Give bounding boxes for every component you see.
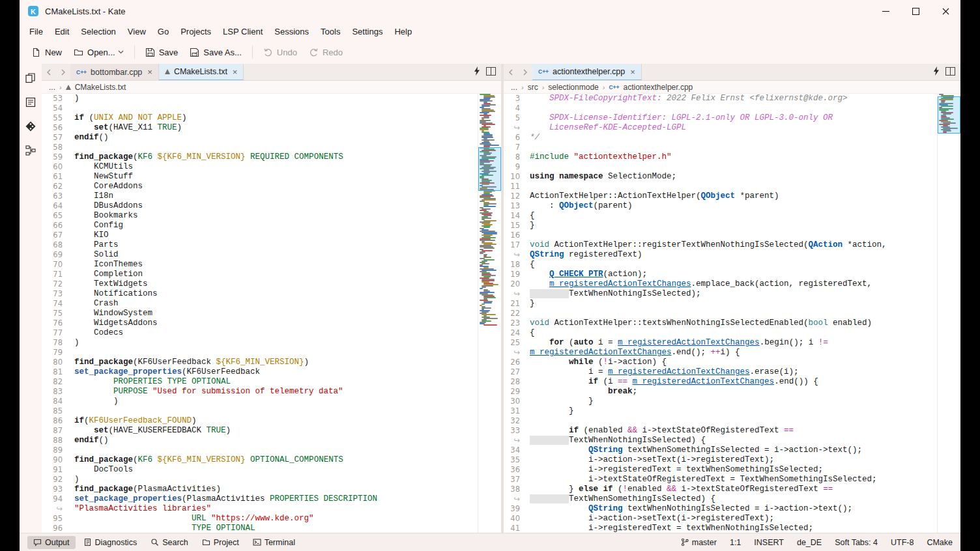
menu-file[interactable]: File xyxy=(23,24,49,39)
code-row[interactable]: 80find_package(KF6UserFeedback ${KF6_MIN… xyxy=(42,358,478,367)
code-row[interactable]: 9 xyxy=(504,162,937,172)
line-number[interactable]: 79 xyxy=(42,348,70,358)
menu-sessions[interactable]: Sessions xyxy=(268,24,315,39)
code-line[interactable]: Q_CHECK_PTR(action); xyxy=(526,270,937,279)
code-row[interactable]: 3 SPDX-FileCopyrightText: 2022 Felix Ern… xyxy=(504,94,937,104)
code-line[interactable] xyxy=(70,143,478,152)
code-line[interactable] xyxy=(526,309,937,318)
code-line[interactable]: SPDX-FileCopyrightText: 2022 Felix Ernst… xyxy=(526,94,937,104)
code-row[interactable]: 27 i = m_registeredActionTextChanges.era… xyxy=(504,367,937,377)
right-minimap[interactable] xyxy=(937,94,960,533)
line-number[interactable]: 80 xyxy=(42,358,70,367)
line-number[interactable]: 81 xyxy=(42,367,70,377)
split-view-icon[interactable] xyxy=(486,66,496,78)
left-minimap[interactable] xyxy=(478,94,501,533)
wrap-marker[interactable]: ↪ xyxy=(504,494,526,504)
code-line[interactable]: TextWhenSomethingIsSelected) { xyxy=(526,494,937,504)
line-number[interactable]: 54 xyxy=(42,104,70,113)
line-number[interactable]: 4 xyxy=(504,104,526,113)
code-row[interactable]: 86if(KF6UserFeedback_FOUND) xyxy=(42,416,478,426)
statusbar-dictionary[interactable]: de_DE xyxy=(797,538,822,547)
code-line[interactable]: QString textWhenSomethingIsSelected = i-… xyxy=(526,445,937,455)
tab-actiontexthelper.cpp[interactable]: C++actiontexthelper.cpp× xyxy=(532,64,642,80)
line-number[interactable]: 91 xyxy=(42,465,70,475)
line-number[interactable]: 6 xyxy=(504,133,526,143)
line-number[interactable]: 16 xyxy=(504,231,526,240)
tab-close-icon[interactable]: × xyxy=(233,67,238,77)
code-row[interactable]: 67 KIO xyxy=(42,231,478,240)
code-row[interactable]: 92) xyxy=(42,475,478,485)
line-number[interactable]: 7 xyxy=(504,143,526,152)
code-line[interactable]: set_package_properties(KF6UserFeedback xyxy=(70,367,478,377)
code-row[interactable]: 15} xyxy=(504,221,937,231)
line-number[interactable]: 29 xyxy=(504,387,526,397)
code-row[interactable]: 6*/ xyxy=(504,133,937,143)
code-row[interactable]: 37 i->textStateOfRegisteredText = TextWh… xyxy=(504,475,937,485)
line-number[interactable]: 60 xyxy=(42,162,70,172)
line-number[interactable]: 74 xyxy=(42,299,70,309)
code-row[interactable]: 81set_package_properties(KF6UserFeedback xyxy=(42,367,478,377)
code-line[interactable] xyxy=(526,231,937,240)
wrap-marker[interactable]: ↪ xyxy=(42,504,70,514)
line-number[interactable]: 22 xyxy=(504,309,526,318)
line-number[interactable]: 65 xyxy=(42,211,70,221)
right-code-area[interactable]: 3 SPDX-FileCopyrightText: 2022 Felix Ern… xyxy=(504,94,937,533)
menu-selection[interactable]: Selection xyxy=(75,24,121,39)
left-code-area[interactable]: 53)5455if (UNIX AND NOT APPLE)56 set(HAV… xyxy=(42,94,478,533)
new-button[interactable]: New xyxy=(26,44,67,61)
code-line[interactable]: void ActionTextHelper::textsWhenNothingI… xyxy=(526,318,937,328)
line-number[interactable]: 12 xyxy=(504,191,526,201)
code-row[interactable]: 18{ xyxy=(504,260,937,270)
code-line[interactable]: while (!i->action) { xyxy=(526,358,937,367)
code-line[interactable]: { xyxy=(526,260,937,270)
statusbar-search-button[interactable]: Search xyxy=(145,536,194,549)
code-line[interactable]: Bookmarks xyxy=(70,211,478,221)
close-button[interactable] xyxy=(930,0,960,22)
code-line[interactable]: IconThemes xyxy=(70,260,478,270)
code-row[interactable]: 40 i->action->setText(i->registeredText)… xyxy=(504,514,937,524)
minimize-button[interactable] xyxy=(871,0,901,22)
line-number[interactable]: 59 xyxy=(42,152,70,162)
forward-icon[interactable] xyxy=(56,64,70,80)
code-line[interactable]: : QObject(parent) xyxy=(526,201,937,211)
menu-edit[interactable]: Edit xyxy=(49,24,75,39)
code-row[interactable]: 30 } xyxy=(504,397,937,406)
code-line[interactable]: i = m_registeredActionTextChanges.erase(… xyxy=(526,367,937,377)
code-line[interactable]: "PlasmaActivities libraries" xyxy=(70,504,478,514)
code-row[interactable]: 13 : QObject(parent) xyxy=(504,201,937,211)
code-line[interactable]: if (UNIX AND NOT APPLE) xyxy=(70,113,478,123)
line-number[interactable]: 87 xyxy=(42,426,70,436)
code-row[interactable]: 79 xyxy=(42,348,478,358)
code-row[interactable]: ↪m_registeredActionTextChanges.end(); ++… xyxy=(504,348,937,358)
back-icon[interactable] xyxy=(42,64,56,80)
code-line[interactable]: if(KF6UserFeedback_FOUND) xyxy=(70,416,478,426)
tab-CMakeLists.txt[interactable]: CMakeLists.txt× xyxy=(159,64,244,80)
line-number[interactable]: 40 xyxy=(504,514,526,524)
menu-settings[interactable]: Settings xyxy=(346,24,388,39)
line-number[interactable]: 15 xyxy=(504,221,526,231)
line-number[interactable]: 73 xyxy=(42,289,70,299)
code-line[interactable]: DocTools xyxy=(70,465,478,475)
code-line[interactable]: ) xyxy=(70,475,478,485)
line-number[interactable]: 90 xyxy=(42,455,70,465)
line-number[interactable]: 95 xyxy=(42,514,70,524)
line-number[interactable]: 70 xyxy=(42,260,70,270)
code-line[interactable]: Parts xyxy=(70,240,478,250)
code-line[interactable]: Notifications xyxy=(70,289,478,299)
code-row[interactable]: 10using namespace SelectionMode; xyxy=(504,172,937,182)
code-row[interactable]: 82 PROPERTIES TYPE OPTIONAL xyxy=(42,377,478,387)
code-row[interactable]: 88endif() xyxy=(42,436,478,445)
code-line[interactable]: endif() xyxy=(70,436,478,445)
statusbar-tab-settings[interactable]: Soft Tabs: 4 xyxy=(835,538,878,547)
code-line[interactable]: ) xyxy=(70,94,478,104)
code-row[interactable]: 36 i->registeredText = textWhenSomething… xyxy=(504,465,937,475)
code-line[interactable]: for (auto i = m_registeredActionTextChan… xyxy=(526,338,937,348)
code-line[interactable]: I18n xyxy=(70,191,478,201)
documents-icon[interactable] xyxy=(23,70,38,86)
code-line[interactable]: CoreAddons xyxy=(70,182,478,191)
code-line[interactable]: QString registeredText) xyxy=(526,250,937,260)
code-row[interactable]: 57endif() xyxy=(42,133,478,143)
code-line[interactable]: find_package(PlasmaActivities) xyxy=(70,485,478,494)
line-number[interactable]: 37 xyxy=(504,475,526,485)
wrap-marker[interactable]: ↪ xyxy=(504,289,526,299)
